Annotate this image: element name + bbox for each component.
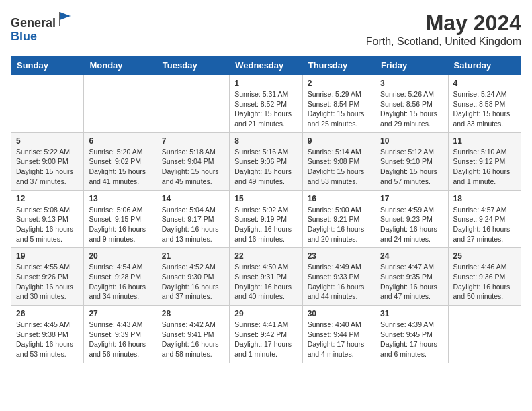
day-of-week-header: Saturday bbox=[448, 56, 521, 75]
day-number: 5 bbox=[16, 136, 79, 146]
day-of-week-header: Wednesday bbox=[230, 56, 302, 75]
calendar-day-cell: 25Sunrise: 4:46 AMSunset: 9:36 PMDayligh… bbox=[448, 248, 521, 306]
logo: General Blue bbox=[11, 11, 73, 44]
page-header: General Blue May 2024 Forth, Scotland, U… bbox=[11, 11, 521, 48]
day-of-week-header: Tuesday bbox=[157, 56, 229, 75]
day-of-week-header: Thursday bbox=[302, 56, 375, 75]
day-number: 1 bbox=[234, 79, 297, 88]
logo-general: General bbox=[11, 16, 56, 30]
calendar-week-row: 1Sunrise: 5:31 AMSunset: 8:52 PMDaylight… bbox=[11, 75, 521, 133]
day-info: Sunrise: 4:43 AMSunset: 9:39 PMDaylight:… bbox=[89, 320, 151, 359]
day-of-week-header: Monday bbox=[84, 56, 157, 75]
day-info: Sunrise: 4:49 AMSunset: 9:33 PMDaylight:… bbox=[308, 262, 370, 302]
day-info: Sunrise: 5:14 AMSunset: 9:08 PMDaylight:… bbox=[308, 147, 370, 187]
day-number: 31 bbox=[380, 309, 443, 318]
calendar-header-row: SundayMondayTuesdayWednesdayThursdayFrid… bbox=[11, 56, 521, 75]
day-number: 25 bbox=[453, 251, 516, 261]
day-number: 21 bbox=[162, 251, 224, 261]
calendar-day-cell: 18Sunrise: 4:57 AMSunset: 9:24 PMDayligh… bbox=[448, 190, 521, 248]
day-number: 20 bbox=[89, 251, 151, 261]
day-info: Sunrise: 5:04 AMSunset: 9:17 PMDaylight:… bbox=[162, 205, 224, 244]
day-info: Sunrise: 5:16 AMSunset: 9:06 PMDaylight:… bbox=[234, 147, 297, 187]
title-block: May 2024 Forth, Scotland, United Kingdom bbox=[366, 11, 521, 48]
day-info: Sunrise: 4:55 AMSunset: 9:26 PMDaylight:… bbox=[16, 262, 79, 302]
calendar-day-cell: 24Sunrise: 4:47 AMSunset: 9:35 PMDayligh… bbox=[375, 248, 448, 306]
calendar-day-cell: 6Sunrise: 5:20 AMSunset: 9:02 PMDaylight… bbox=[84, 132, 157, 190]
day-info: Sunrise: 4:46 AMSunset: 9:36 PMDaylight:… bbox=[453, 262, 516, 302]
day-number: 3 bbox=[380, 79, 443, 88]
day-info: Sunrise: 4:47 AMSunset: 9:35 PMDaylight:… bbox=[380, 262, 443, 302]
day-info: Sunrise: 5:08 AMSunset: 9:13 PMDaylight:… bbox=[16, 205, 79, 244]
calendar-day-cell: 22Sunrise: 4:50 AMSunset: 9:31 PMDayligh… bbox=[230, 248, 302, 306]
day-info: Sunrise: 5:00 AMSunset: 9:21 PMDaylight:… bbox=[308, 205, 370, 244]
day-number: 4 bbox=[453, 79, 516, 88]
calendar-week-row: 5Sunrise: 5:22 AMSunset: 9:00 PMDaylight… bbox=[11, 132, 521, 190]
calendar-day-cell: 16Sunrise: 5:00 AMSunset: 9:21 PMDayligh… bbox=[302, 190, 375, 248]
day-info: Sunrise: 4:41 AMSunset: 9:42 PMDaylight:… bbox=[234, 320, 297, 359]
day-info: Sunrise: 5:29 AMSunset: 8:54 PMDaylight:… bbox=[308, 89, 370, 129]
calendar-day-cell: 12Sunrise: 5:08 AMSunset: 9:13 PMDayligh… bbox=[11, 190, 84, 248]
calendar-day-cell: 21Sunrise: 4:52 AMSunset: 9:30 PMDayligh… bbox=[157, 248, 229, 306]
day-info: Sunrise: 5:10 AMSunset: 9:12 PMDaylight:… bbox=[453, 147, 516, 187]
svg-marker-0 bbox=[60, 12, 71, 20]
calendar-day-cell: 20Sunrise: 4:54 AMSunset: 9:28 PMDayligh… bbox=[84, 248, 157, 306]
calendar-day-cell: 31Sunrise: 4:39 AMSunset: 9:45 PMDayligh… bbox=[375, 306, 448, 363]
day-info: Sunrise: 5:26 AMSunset: 8:56 PMDaylight:… bbox=[380, 89, 443, 129]
day-info: Sunrise: 5:22 AMSunset: 9:00 PMDaylight:… bbox=[16, 147, 79, 187]
calendar-day-cell: 28Sunrise: 4:42 AMSunset: 9:41 PMDayligh… bbox=[157, 306, 229, 363]
calendar-day-cell: 19Sunrise: 4:55 AMSunset: 9:26 PMDayligh… bbox=[11, 248, 84, 306]
day-info: Sunrise: 5:02 AMSunset: 9:19 PMDaylight:… bbox=[234, 205, 297, 244]
day-number: 22 bbox=[234, 251, 297, 261]
day-number: 16 bbox=[308, 194, 370, 203]
day-info: Sunrise: 4:45 AMSunset: 9:38 PMDaylight:… bbox=[16, 320, 79, 359]
day-number: 15 bbox=[234, 194, 297, 203]
calendar-day-cell bbox=[84, 75, 157, 133]
calendar-day-cell bbox=[448, 306, 521, 363]
day-info: Sunrise: 4:50 AMSunset: 9:31 PMDaylight:… bbox=[234, 262, 297, 302]
day-number: 24 bbox=[380, 251, 443, 261]
day-number: 27 bbox=[89, 309, 151, 318]
calendar-day-cell: 23Sunrise: 4:49 AMSunset: 9:33 PMDayligh… bbox=[302, 248, 375, 306]
calendar-day-cell: 17Sunrise: 4:59 AMSunset: 9:23 PMDayligh… bbox=[375, 190, 448, 248]
day-number: 7 bbox=[162, 136, 224, 146]
day-info: Sunrise: 4:39 AMSunset: 9:45 PMDaylight:… bbox=[380, 320, 443, 359]
day-number: 28 bbox=[162, 309, 224, 318]
calendar-day-cell: 15Sunrise: 5:02 AMSunset: 9:19 PMDayligh… bbox=[230, 190, 302, 248]
logo-flag-icon bbox=[57, 11, 73, 27]
calendar-table: SundayMondayTuesdayWednesdayThursdayFrid… bbox=[11, 56, 521, 363]
calendar-week-row: 12Sunrise: 5:08 AMSunset: 9:13 PMDayligh… bbox=[11, 190, 521, 248]
day-info: Sunrise: 4:59 AMSunset: 9:23 PMDaylight:… bbox=[380, 205, 443, 244]
calendar-day-cell: 30Sunrise: 4:40 AMSunset: 9:44 PMDayligh… bbox=[302, 306, 375, 363]
day-number: 29 bbox=[234, 309, 297, 318]
day-number: 19 bbox=[16, 251, 79, 261]
calendar-day-cell: 2Sunrise: 5:29 AMSunset: 8:54 PMDaylight… bbox=[302, 75, 375, 133]
calendar-day-cell: 29Sunrise: 4:41 AMSunset: 9:42 PMDayligh… bbox=[230, 306, 302, 363]
day-number: 6 bbox=[89, 136, 151, 146]
day-info: Sunrise: 5:06 AMSunset: 9:15 PMDaylight:… bbox=[89, 205, 151, 244]
day-info: Sunrise: 5:20 AMSunset: 9:02 PMDaylight:… bbox=[89, 147, 151, 187]
day-of-week-header: Friday bbox=[375, 56, 448, 75]
day-number: 18 bbox=[453, 194, 516, 203]
day-info: Sunrise: 5:24 AMSunset: 8:58 PMDaylight:… bbox=[453, 89, 516, 129]
calendar-day-cell: 1Sunrise: 5:31 AMSunset: 8:52 PMDaylight… bbox=[230, 75, 302, 133]
calendar-week-row: 19Sunrise: 4:55 AMSunset: 9:26 PMDayligh… bbox=[11, 248, 521, 306]
calendar-day-cell: 9Sunrise: 5:14 AMSunset: 9:08 PMDaylight… bbox=[302, 132, 375, 190]
day-info: Sunrise: 4:52 AMSunset: 9:30 PMDaylight:… bbox=[162, 262, 224, 302]
day-number: 10 bbox=[380, 136, 443, 146]
day-number: 23 bbox=[308, 251, 370, 261]
calendar-day-cell: 10Sunrise: 5:12 AMSunset: 9:10 PMDayligh… bbox=[375, 132, 448, 190]
calendar-day-cell: 5Sunrise: 5:22 AMSunset: 9:00 PMDaylight… bbox=[11, 132, 84, 190]
calendar-day-cell: 11Sunrise: 5:10 AMSunset: 9:12 PMDayligh… bbox=[448, 132, 521, 190]
calendar-day-cell: 3Sunrise: 5:26 AMSunset: 8:56 PMDaylight… bbox=[375, 75, 448, 133]
day-info: Sunrise: 5:18 AMSunset: 9:04 PMDaylight:… bbox=[162, 147, 224, 187]
day-number: 30 bbox=[308, 309, 370, 318]
day-number: 26 bbox=[16, 309, 79, 318]
calendar-day-cell: 27Sunrise: 4:43 AMSunset: 9:39 PMDayligh… bbox=[84, 306, 157, 363]
calendar-week-row: 26Sunrise: 4:45 AMSunset: 9:38 PMDayligh… bbox=[11, 306, 521, 363]
day-number: 17 bbox=[380, 194, 443, 203]
day-info: Sunrise: 5:12 AMSunset: 9:10 PMDaylight:… bbox=[380, 147, 443, 187]
day-number: 8 bbox=[234, 136, 297, 146]
calendar-day-cell: 4Sunrise: 5:24 AMSunset: 8:58 PMDaylight… bbox=[448, 75, 521, 133]
day-info: Sunrise: 4:57 AMSunset: 9:24 PMDaylight:… bbox=[453, 205, 516, 244]
day-of-week-header: Sunday bbox=[11, 56, 84, 75]
